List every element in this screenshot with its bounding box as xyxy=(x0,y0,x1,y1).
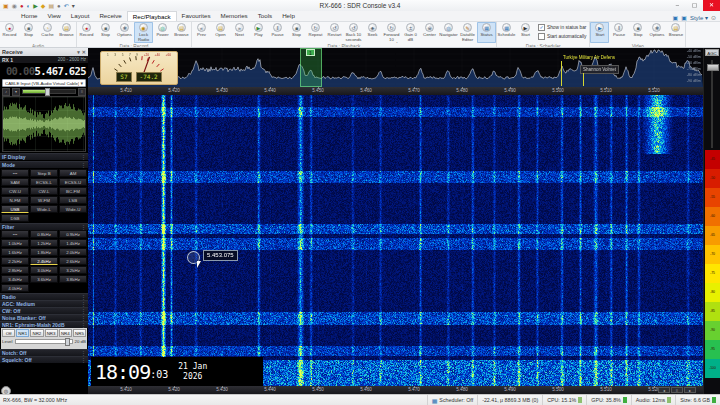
maximize-button[interactable]: ▢ xyxy=(686,0,703,11)
mode-w-fm[interactable]: W-FM xyxy=(30,196,58,204)
mode-cw-u[interactable]: CW-U xyxy=(1,187,29,195)
prev-button[interactable]: «Prev xyxy=(192,22,211,43)
monitor2-icon[interactable]: ▣ xyxy=(681,14,687,21)
browse-button[interactable]: ▤Browse xyxy=(666,22,685,43)
monitor-icon[interactable]: ▣ xyxy=(673,14,679,21)
section-mode[interactable]: Mode⋮ xyxy=(0,161,88,168)
folder-icon[interactable]: ▤ xyxy=(48,1,54,11)
browse-button[interactable]: ▤Browse xyxy=(57,22,76,43)
section-cw[interactable]: CW: Off⋮ xyxy=(0,307,88,314)
start-button[interactable]: ▶Start xyxy=(516,22,535,43)
filter-1-8khz[interactable]: 1.8kHz xyxy=(30,248,58,256)
mode-bc-fm[interactable]: BC-FM xyxy=(59,187,87,195)
next-button[interactable]: »Next xyxy=(230,22,249,43)
filter-2-4khz[interactable]: 2.4kHz xyxy=(30,257,58,265)
nr-button-nr5[interactable]: NR5 xyxy=(73,329,86,337)
volume-slider[interactable] xyxy=(22,89,76,94)
rx1-marker[interactable]: 1 xyxy=(306,49,315,56)
close-button[interactable]: ✕ xyxy=(703,0,720,11)
filter-0-9khz[interactable]: 0.9kHz xyxy=(59,230,87,238)
mode-dsb[interactable]: DSB xyxy=(1,214,29,222)
tab-memories[interactable]: Memories xyxy=(216,11,253,21)
pause-button[interactable]: ‖Pause xyxy=(268,22,287,43)
forward-10-seconds-button[interactable]: ↻Forward 10 seconds xyxy=(382,22,401,43)
filter-0-8khz[interactable]: 0.8kHz xyxy=(30,230,58,238)
options-button[interactable]: ✱Options xyxy=(647,22,666,43)
record-button[interactable]: ●Record xyxy=(77,22,96,43)
dropdown-icon[interactable]: ▾ xyxy=(72,1,75,11)
play-button[interactable]: ▶Play xyxy=(249,22,268,43)
frequency-display[interactable]: 00.005.467.625 xyxy=(0,63,88,78)
stop-button[interactable]: ■Stop xyxy=(19,22,38,43)
mode-ecss-u[interactable]: ECSS-U xyxy=(59,178,87,186)
start-automatically-checkbox[interactable]: Start automatically xyxy=(538,33,586,40)
tab-view[interactable]: View xyxy=(43,11,66,21)
person-icon[interactable]: ● xyxy=(57,1,61,11)
agc-slider-thumb[interactable] xyxy=(707,64,719,71)
section-radio[interactable]: Radio⋮ xyxy=(0,293,88,300)
options-button[interactable]: ✱Options xyxy=(115,22,134,43)
filter-3-6khz[interactable]: 3.6kHz xyxy=(30,275,58,283)
nr-button-nr3[interactable]: NR3 xyxy=(45,329,58,337)
filter-3-2khz[interactable]: 3.2kHz xyxy=(59,266,87,274)
mode-step-b[interactable]: Step B xyxy=(30,169,58,177)
filter-2-0khz[interactable]: 2.0kHz xyxy=(59,248,87,256)
mode-lsb[interactable]: LSB xyxy=(59,196,87,204)
pause-button[interactable]: ‖Pause xyxy=(609,22,628,43)
restart-button[interactable]: ↺Restart xyxy=(325,22,344,43)
mode-n-fm[interactable]: N-FM xyxy=(1,196,29,204)
seek-button[interactable]: ◈Seek xyxy=(363,22,382,43)
open-button[interactable]: ▤Open xyxy=(211,22,230,43)
show-in-status-bar-checkbox[interactable]: ✓Show in status bar xyxy=(538,24,586,31)
tab-tools[interactable]: Tools xyxy=(253,11,277,21)
mode-wide-l[interactable]: Wide-L xyxy=(30,205,58,213)
browse-button[interactable]: ▤Browse xyxy=(172,22,191,43)
filter-2-6khz[interactable]: 2.6kHz xyxy=(59,257,87,265)
lock-icon[interactable]: ◉ xyxy=(12,1,17,11)
tab-receive[interactable]: Receive xyxy=(94,11,126,21)
spectrum-frequency-scale[interactable]: 5.4105.4205.4305.4405.4505.4605.4705.480… xyxy=(88,87,703,95)
waterfall-frequency-scale[interactable]: 5.4105.4205.4305.4405.4505.4605.4705.480… xyxy=(88,386,703,394)
center-button[interactable]: ⊕Center xyxy=(420,22,439,43)
navigator-button[interactable]: ◎Navigator xyxy=(439,22,458,43)
power-button[interactable]: ◎Power xyxy=(153,22,172,43)
repeat-button[interactable]: ↻Repeat xyxy=(306,22,325,43)
section-agc[interactable]: AGC: Medium⋮ xyxy=(0,300,88,307)
record-button[interactable]: ●Record xyxy=(0,22,19,43)
agc-label[interactable]: AGC xyxy=(705,49,719,56)
favourite-icon[interactable]: ◆ xyxy=(41,1,46,11)
mode-usb[interactable]: USB xyxy=(1,205,29,213)
filter-4-0khz[interactable]: 4.0kHz xyxy=(1,284,29,292)
nr-button-off[interactable]: Off xyxy=(2,329,15,337)
audio-device-select[interactable]: CABLE Input (VB-Audio Virtual Cable) ▾ xyxy=(2,79,86,87)
nr-level-slider[interactable] xyxy=(15,339,73,344)
filter-2-8khz[interactable]: 2.8kHz xyxy=(1,266,29,274)
station-annotation[interactable]: Turkiye Military Air Defens xyxy=(563,55,615,60)
tab-rec-playback[interactable]: Rec/Playback xyxy=(127,11,177,21)
undo-icon[interactable]: ↶ xyxy=(64,1,69,11)
datafile-editor-button[interactable]: ✎Datafile Editor xyxy=(458,22,477,43)
lock-radio-button[interactable]: ◉Lock Radio xyxy=(134,22,153,43)
stop-button[interactable]: ■Stop xyxy=(287,22,306,43)
cache-button[interactable]: ◔Cache xyxy=(38,22,57,43)
filter-•••[interactable]: ••• xyxy=(1,230,29,238)
section-squelch[interactable]: Squelch: Off⋮ xyxy=(0,356,88,363)
stop-button[interactable]: ■Stop xyxy=(96,22,115,43)
record-icon[interactable]: ● xyxy=(20,1,24,11)
mode-sam[interactable]: SAM xyxy=(1,178,29,186)
mode-•••[interactable]: ••• xyxy=(1,169,29,177)
filter-1-4khz[interactable]: 1.4kHz xyxy=(59,239,87,247)
app-menu-icon[interactable]: ▣ xyxy=(3,1,9,11)
section-nr1[interactable]: NR1: Ephraim-Malah 20dB⋮ xyxy=(0,321,88,328)
nr-button-nr2[interactable]: NR2 xyxy=(30,329,43,337)
audio-more-icon[interactable]: ≡ xyxy=(78,88,86,96)
filter-1-6khz[interactable]: 1.6kHz xyxy=(1,248,29,256)
back-10-seconds-button[interactable]: ↺Back 10 seconds xyxy=(344,22,363,43)
filter-3-8khz[interactable]: 3.8kHz xyxy=(59,275,87,283)
audio-options-icon[interactable]: ▾ xyxy=(12,88,20,96)
nr-button-nr4[interactable]: NR4 xyxy=(59,329,72,337)
mode-cw-l[interactable]: CW-L xyxy=(30,187,58,195)
mode-am[interactable]: AM xyxy=(59,169,87,177)
filter-2-2khz[interactable]: 2.2kHz xyxy=(1,257,29,265)
filter-3-4khz[interactable]: 3.4kHz xyxy=(1,275,29,283)
